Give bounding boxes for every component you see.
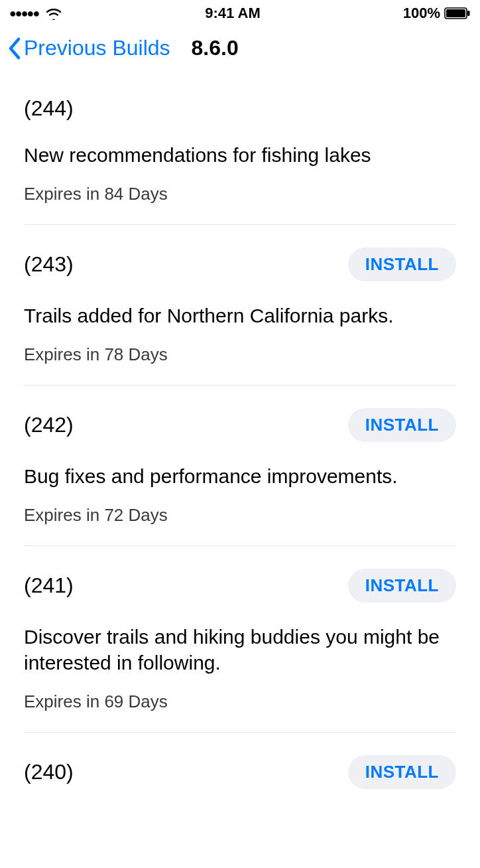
battery-percentage: 100% xyxy=(403,5,440,22)
build-number: (243) xyxy=(24,252,74,277)
build-header: (240)INSTALL xyxy=(24,755,456,789)
build-expiry: Expires in 69 Days xyxy=(24,691,456,712)
build-description: Discover trails and hiking buddies you m… xyxy=(24,624,456,676)
build-header: (243)INSTALL xyxy=(24,248,456,281)
status-time: 9:41 AM xyxy=(205,5,261,22)
install-button[interactable]: INSTALL xyxy=(348,569,456,603)
build-header: (244) xyxy=(24,96,456,121)
battery-icon xyxy=(444,7,471,19)
build-expiry: Expires in 78 Days xyxy=(24,344,456,365)
build-number: (242) xyxy=(24,413,74,437)
status-bar: ●●●●● 9:41 AM 100% xyxy=(0,0,480,27)
build-number: (241) xyxy=(24,573,74,598)
build-description: New recommendations for fishing lakes xyxy=(24,142,456,168)
build-item: (240)INSTALL xyxy=(24,733,456,830)
build-list: (244)New recommendations for fishing lak… xyxy=(0,74,480,830)
build-item: (241)INSTALLDiscover trails and hiking b… xyxy=(24,546,456,733)
install-button[interactable]: INSTALL xyxy=(348,755,456,789)
build-item: (243)INSTALLTrails added for Northern Ca… xyxy=(24,225,456,386)
build-header: (241)INSTALL xyxy=(24,569,456,603)
svg-rect-1 xyxy=(446,9,465,17)
wifi-icon xyxy=(45,7,62,20)
back-label: Previous Builds xyxy=(24,36,170,60)
build-expiry: Expires in 84 Days xyxy=(24,184,456,204)
back-button[interactable]: Previous Builds xyxy=(7,36,170,60)
build-number: (244) xyxy=(24,96,74,121)
build-description: Trails added for Northern California par… xyxy=(24,303,456,328)
build-item: (244)New recommendations for fishing lak… xyxy=(24,74,456,225)
build-header: (242)INSTALL xyxy=(24,408,456,442)
chevron-left-icon xyxy=(7,36,23,60)
build-description: Bug fixes and performance improvements. xyxy=(24,463,456,489)
status-left: ●●●●● xyxy=(9,7,62,21)
build-number: (240) xyxy=(24,760,74,784)
install-button[interactable]: INSTALL xyxy=(348,248,456,281)
signal-strength-icon: ●●●●● xyxy=(9,7,38,21)
install-button[interactable]: INSTALL xyxy=(348,408,456,442)
build-expiry: Expires in 72 Days xyxy=(24,505,456,526)
status-right: 100% xyxy=(403,5,471,22)
svg-rect-2 xyxy=(467,11,470,16)
build-item: (242)INSTALLBug fixes and performance im… xyxy=(24,386,456,546)
nav-title: 8.6.0 xyxy=(192,36,239,60)
nav-bar: Previous Builds 8.6.0 xyxy=(0,27,480,74)
